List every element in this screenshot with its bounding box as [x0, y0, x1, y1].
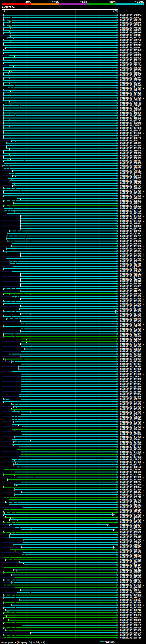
svg-text:~100%: ~100% [135, 0, 144, 4]
svg-text:(in Subject): (in Subject) [31, 641, 45, 644]
svg-text:20%: 20% [25, 0, 30, 4]
svg-text:~80%: ~80% [109, 0, 116, 4]
svg-text:(in Query)/: (in Query)/ [17, 641, 30, 644]
svg-text:AV392924: AV392924 [2, 6, 14, 9]
svg-text:Large gaps:: Large gaps: [1, 641, 14, 644]
svg-text:~40%: ~40% [52, 0, 59, 4]
svg-text:~60%: ~60% [80, 0, 87, 4]
svg-text:-: - [30, 641, 31, 644]
svg-text:UniRef100_B7G715: UniRef100_B7G715 [120, 636, 142, 640]
svg-text:476|: 476| [113, 10, 118, 13]
svg-text:=100char.: =100char. [105, 641, 115, 644]
svg-text:|1: |1 [2, 10, 5, 13]
